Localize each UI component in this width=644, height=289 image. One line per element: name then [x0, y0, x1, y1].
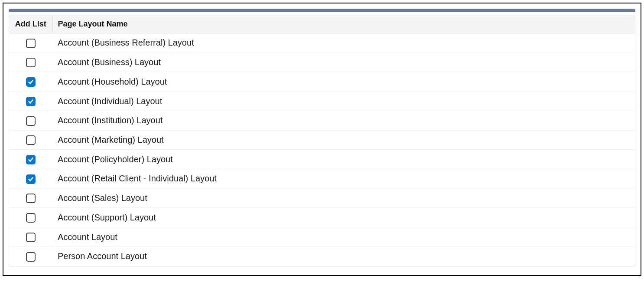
check-icon [28, 157, 34, 163]
cell-add-list [9, 92, 52, 111]
add-list-checkbox[interactable] [26, 77, 36, 87]
cell-add-list [9, 33, 52, 53]
table-row: Account (Support) Layout [9, 208, 635, 227]
add-list-checkbox[interactable] [26, 155, 36, 164]
page-layout-table: Add List Page Layout Name Account (Busin… [9, 15, 635, 266]
cell-page-layout-name: Person Account Layout [52, 246, 635, 266]
table-row: Account (Household) Layout [9, 72, 635, 92]
cell-add-list [9, 227, 52, 247]
add-list-checkbox[interactable] [26, 58, 36, 67]
table-row: Account (Marketing) Layout [9, 130, 635, 150]
table-header-row: Add List Page Layout Name [9, 15, 635, 33]
page-layout-table-container: Add List Page Layout Name Account (Busin… [9, 15, 635, 266]
cell-add-list [9, 150, 52, 169]
cell-add-list [9, 72, 52, 92]
check-icon [28, 176, 34, 182]
cell-page-layout-name: Account (Individual) Layout [52, 92, 635, 111]
table-row: Account (Business) Layout [9, 53, 635, 72]
add-list-checkbox[interactable] [26, 135, 36, 145]
add-list-checkbox[interactable] [26, 116, 36, 126]
cell-page-layout-name: Account (Sales) Layout [52, 188, 635, 208]
cell-page-layout-name: Account (Business Referral) Layout [52, 33, 635, 53]
table-row: Account Layout [9, 227, 635, 247]
cell-add-list [9, 208, 52, 227]
add-list-checkbox[interactable] [26, 97, 36, 106]
add-list-checkbox[interactable] [26, 252, 36, 262]
table-row: Account (Sales) Layout [9, 188, 635, 208]
cell-add-list [9, 246, 52, 266]
table-row: Person Account Layout [9, 246, 635, 266]
table-row: Account (Individual) Layout [9, 92, 635, 111]
check-icon [28, 99, 34, 105]
table-row: Account (Retail Client - Individual) Lay… [9, 169, 635, 189]
cell-page-layout-name: Account (Policyholder) Layout [52, 150, 635, 169]
cell-add-list [9, 169, 52, 189]
cell-add-list [9, 188, 52, 208]
cell-page-layout-name: Account (Business) Layout [52, 53, 635, 72]
cell-add-list [9, 130, 52, 150]
panel-top-bar [9, 9, 635, 12]
cell-add-list [9, 53, 52, 72]
check-icon [28, 79, 34, 85]
panel-outer: Add List Page Layout Name Account (Busin… [3, 3, 641, 276]
cell-page-layout-name: Account Layout [52, 227, 635, 247]
cell-add-list [9, 111, 52, 130]
add-list-checkbox[interactable] [26, 213, 36, 223]
table-row: Account (Institution) Layout [9, 111, 635, 130]
add-list-checkbox[interactable] [26, 194, 36, 203]
add-list-checkbox[interactable] [26, 174, 36, 184]
header-page-layout-name: Page Layout Name [52, 15, 635, 33]
cell-page-layout-name: Account (Marketing) Layout [52, 130, 635, 150]
add-list-checkbox[interactable] [26, 39, 36, 48]
add-list-checkbox[interactable] [26, 233, 36, 242]
table-row: Account (Policyholder) Layout [9, 150, 635, 169]
header-add-list: Add List [9, 15, 52, 33]
cell-page-layout-name: Account (Household) Layout [52, 72, 635, 92]
cell-page-layout-name: Account (Support) Layout [52, 208, 635, 227]
cell-page-layout-name: Account (Institution) Layout [52, 111, 635, 130]
table-row: Account (Business Referral) Layout [9, 33, 635, 53]
cell-page-layout-name: Account (Retail Client - Individual) Lay… [52, 169, 635, 189]
